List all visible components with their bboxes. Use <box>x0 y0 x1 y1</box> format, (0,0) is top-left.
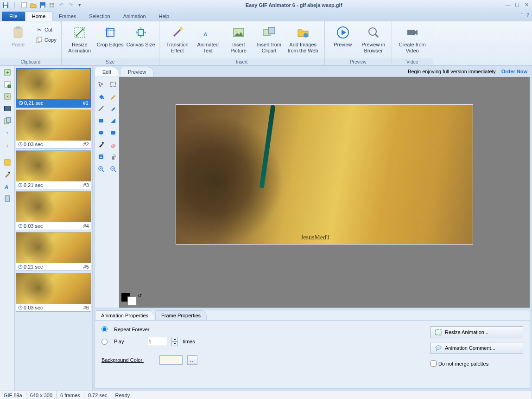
paste-button[interactable]: Paste <box>3 23 33 49</box>
export-tool-icon[interactable] <box>96 152 106 161</box>
bgcolor-label: Background Color: <box>101 357 144 363</box>
order-now-link[interactable]: Order Now <box>501 69 527 74</box>
text-tool-icon[interactable]: A <box>3 182 12 191</box>
tab-animation-properties[interactable]: Animation Properties <box>95 310 154 320</box>
frame-thumb[interactable]: 0,21 sec #3 <box>16 150 91 189</box>
select-tool-icon[interactable] <box>96 80 106 89</box>
save-icon[interactable] <box>2 1 9 9</box>
play-radio[interactable] <box>101 339 108 345</box>
add-frame-icon[interactable]: + <box>3 68 12 77</box>
delete-frame-icon[interactable]: × <box>3 92 12 101</box>
close-icon[interactable]: ✕ <box>523 1 530 9</box>
frame-thumb-info: 0,21 sec #3 <box>16 181 91 189</box>
zoom-out-tool-icon[interactable] <box>108 164 118 174</box>
color-picker-tool-icon[interactable] <box>3 170 12 179</box>
clipboard-tool-icon[interactable] <box>3 194 12 203</box>
nomerge-checkbox[interactable] <box>431 360 437 367</box>
frame-thumb[interactable]: 0,03 sec #6 <box>16 273 91 312</box>
new-icon[interactable] <box>20 1 28 9</box>
spray-tool-icon[interactable] <box>108 152 118 161</box>
insert-clipart-button[interactable]: Insert from Clipart <box>254 23 285 55</box>
tool-palette <box>95 77 119 308</box>
preview-button[interactable]: Preview <box>328 23 358 49</box>
tab-help[interactable]: Help <box>152 12 176 21</box>
effects-icon[interactable] <box>3 158 12 167</box>
frame-thumb[interactable]: 0,03 sec #4 <box>16 191 91 230</box>
tab-home[interactable]: Home <box>25 11 52 21</box>
insert-picture-button[interactable]: Insert Picture <box>223 23 254 55</box>
wizard-icon[interactable] <box>48 1 56 9</box>
swap-colors-icon[interactable]: ↺ <box>138 293 142 299</box>
status-duration: 0.72 sec <box>84 391 112 399</box>
resize-small-icon <box>435 328 442 336</box>
tab-frames[interactable]: Frames <box>52 12 82 21</box>
move-up-icon[interactable]: ↑ <box>3 128 12 137</box>
svg-rect-36 <box>10 106 11 111</box>
svg-rect-35 <box>4 106 5 111</box>
brush-tool-icon[interactable] <box>108 104 118 113</box>
animated-text-button[interactable]: AAnimated Text <box>193 23 223 55</box>
resize-animation-button[interactable]: Resize Animation <box>64 23 95 55</box>
canvas-scroll[interactable]: JesusMedT <box>119 77 530 308</box>
pencil-tool-icon[interactable] <box>108 92 118 101</box>
triangle-tool-icon[interactable] <box>108 116 118 125</box>
add-blank-frame-icon[interactable]: + <box>3 80 12 89</box>
frame-thumb-image <box>16 192 91 222</box>
svg-point-58 <box>114 154 114 155</box>
bgcolor-swatch[interactable] <box>159 355 183 365</box>
canvas-size-button[interactable]: Canvas Size <box>126 23 156 49</box>
open-icon[interactable] <box>30 1 37 9</box>
canvas-image[interactable]: JesusMedT <box>176 105 473 244</box>
crop-edges-button[interactable]: Crop Edges <box>95 23 126 49</box>
undo-icon[interactable]: ↶ <box>57 1 65 9</box>
marquee-tool-icon[interactable] <box>108 80 118 89</box>
tab-frame-properties[interactable]: Frame Properties <box>155 310 207 320</box>
create-from-video-button[interactable]: Create from Video <box>395 23 430 55</box>
tab-animation[interactable]: Animation <box>117 12 152 21</box>
collapse-ribbon-icon[interactable]: ˆ <box>521 12 523 18</box>
repeat-forever-radio[interactable] <box>101 326 108 332</box>
frame-thumb[interactable]: 0,21 sec #1 <box>16 68 91 108</box>
move-down-icon[interactable]: ↓ <box>3 140 12 149</box>
film-icon[interactable] <box>3 104 12 113</box>
zoom-in-tool-icon[interactable] <box>96 164 106 174</box>
resize-animation-props-button[interactable]: Resize Animation... <box>431 326 523 338</box>
svg-text:×: × <box>6 94 9 99</box>
fill-tool-icon[interactable] <box>96 92 106 101</box>
line-tool-icon[interactable] <box>96 104 106 113</box>
add-images-web-button[interactable]: Add Images from the Web <box>285 23 322 55</box>
tab-selection[interactable]: Selection <box>82 12 116 21</box>
tab-preview[interactable]: Preview <box>120 67 154 77</box>
clipart-icon <box>262 25 277 40</box>
save-as-icon[interactable] <box>39 1 46 9</box>
tab-edit[interactable]: Edit <box>95 67 119 77</box>
play-times-input[interactable] <box>147 337 167 346</box>
animation-comment-button[interactable]: Animation Comment... <box>431 342 523 354</box>
wand-icon <box>170 25 185 40</box>
cut-button[interactable]: ✂Cut <box>33 25 58 34</box>
bgcolor-picker-button[interactable]: … <box>187 355 197 365</box>
rounded-rect-tool-icon[interactable] <box>108 128 118 137</box>
help-icon[interactable]: ? <box>526 12 529 18</box>
file-tab[interactable]: File <box>2 12 25 21</box>
eraser-tool-icon[interactable] <box>108 140 118 149</box>
spin-down-button[interactable]: ▼ <box>171 341 178 346</box>
preview-browser-button[interactable]: Preview in Browser <box>358 23 389 55</box>
frame-thumb[interactable]: 0,03 sec #2 <box>16 109 91 148</box>
eyedropper-tool-icon[interactable] <box>96 140 106 149</box>
spin-up-button[interactable]: ▲ <box>171 337 178 341</box>
frame-thumb[interactable]: 0,21 sec #5 <box>16 232 91 271</box>
rect-tool-icon[interactable] <box>96 116 106 125</box>
pen-overlay <box>260 105 276 188</box>
ellipse-tool-icon[interactable] <box>96 128 106 137</box>
maximize-icon[interactable]: ☐ <box>513 1 521 9</box>
background-color[interactable] <box>127 296 137 306</box>
frame-thumb-image <box>17 69 90 99</box>
duplicate-frame-icon[interactable] <box>3 116 12 125</box>
titlebar: │ ↶ ↷ ▾ Easy GIF Animator 6 - gif abeja … <box>0 0 532 10</box>
minimize-icon[interactable]: — <box>504 1 512 9</box>
qat-dropdown-icon[interactable]: ▾ <box>76 1 83 9</box>
transition-effect-button[interactable]: Transition Effect <box>162 23 193 55</box>
redo-icon[interactable]: ↷ <box>67 1 74 9</box>
copy-button[interactable]: Copy <box>33 35 58 45</box>
